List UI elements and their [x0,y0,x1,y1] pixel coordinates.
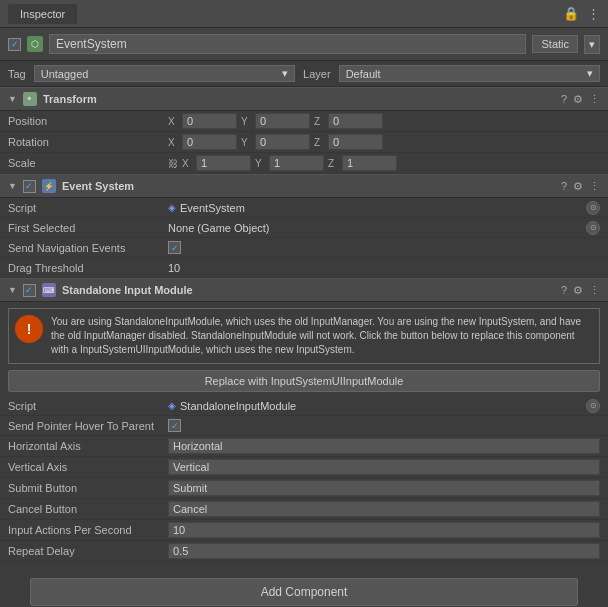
standalone-collapse-arrow: ▼ [8,285,17,295]
menu-icon[interactable]: ⋮ [587,6,600,21]
standalone-script-circle-btn[interactable]: ⊙ [586,399,600,413]
standalone-actions: ? ⚙ ⋮ [561,284,600,297]
title-bar-actions: 🔒 ⋮ [563,6,600,21]
event-system-actions: ? ⚙ ⋮ [561,180,600,193]
standalone-enable-checkbox[interactable]: ✓ [23,284,36,297]
rotation-x-input[interactable] [182,134,237,150]
transform-help-icon[interactable]: ? [561,93,567,106]
send-nav-row: Send Navigation Events ✓ [0,238,608,258]
drag-threshold-value: 10 [168,262,600,274]
object-header: ✓ ⬡ Static ▾ [0,28,608,61]
rotation-y-input[interactable] [255,134,310,150]
submit-button-input[interactable] [168,480,600,496]
standalone-script-label: Script [8,400,168,412]
send-nav-label: Send Navigation Events [8,242,168,254]
cancel-button-row: Cancel Button [0,499,608,520]
object-name-input[interactable] [49,34,526,54]
scale-link-icon: ⛓ [168,158,178,169]
cancel-button-input[interactable] [168,501,600,517]
layer-label: Layer [303,68,331,80]
vertical-axis-label: Vertical Axis [8,461,168,473]
horizontal-axis-input[interactable] [168,438,600,454]
layer-dropdown[interactable]: Default ▾ [339,65,600,82]
scale-x-input[interactable] [196,155,251,171]
send-pointer-row: Send Pointer Hover To Parent ✓ [0,416,608,436]
cancel-button-label: Cancel Button [8,503,168,515]
static-label: Static [532,35,578,53]
object-enable-checkbox[interactable]: ✓ [8,38,21,51]
tag-label: Tag [8,68,26,80]
warning-icon: ! [15,315,43,343]
inspector-tab[interactable]: Inspector [8,4,77,24]
event-system-icon: ⚡ [42,179,56,193]
transform-preset-icon[interactable]: ⚙ [573,93,583,106]
event-system-preset-icon[interactable]: ⚙ [573,180,583,193]
send-nav-checkbox[interactable]: ✓ [168,241,181,254]
standalone-script-value: ◈ StandaloneInputModule [168,400,586,412]
standalone-icon: ⌨ [42,283,56,297]
transform-actions: ? ⚙ ⋮ [561,93,600,106]
event-system-section-header[interactable]: ▼ ✓ ⚡ Event System ? ⚙ ⋮ [0,174,608,198]
scale-z-input[interactable] [342,155,397,171]
vertical-axis-input[interactable] [168,459,600,475]
event-system-menu-icon[interactable]: ⋮ [589,180,600,193]
event-system-collapse-arrow: ▼ [8,181,17,191]
standalone-menu-icon[interactable]: ⋮ [589,284,600,297]
input-actions-label: Input Actions Per Second [8,524,168,536]
standalone-help-icon[interactable]: ? [561,284,567,297]
scale-label: Scale [8,157,168,169]
static-dropdown[interactable]: ▾ [584,35,600,54]
first-selected-label: First Selected [8,222,168,234]
transform-menu-icon[interactable]: ⋮ [589,93,600,106]
send-pointer-label: Send Pointer Hover To Parent [8,420,168,432]
first-selected-value: None (Game Object) [168,222,586,234]
repeat-delay-input[interactable] [168,543,600,559]
lock-icon[interactable]: 🔒 [563,6,579,21]
event-system-script-value: ◈ EventSystem [168,202,586,214]
transform-section-header[interactable]: ▼ ⌖ Transform ? ⚙ ⋮ [0,87,608,111]
first-selected-circle-btn[interactable]: ⊙ [586,221,600,235]
title-bar: Inspector 🔒 ⋮ [0,0,608,28]
event-system-title: Event System [62,180,555,192]
standalone-section-header[interactable]: ▼ ✓ ⌨ Standalone Input Module ? ⚙ ⋮ [0,278,608,302]
event-system-script-label: Script [8,202,168,214]
rotation-label: Rotation [8,136,168,148]
horizontal-axis-row: Horizontal Axis [0,436,608,457]
tag-dropdown[interactable]: Untagged ▾ [34,65,295,82]
transform-title: Transform [43,93,555,105]
horizontal-axis-label: Horizontal Axis [8,440,168,452]
standalone-preset-icon[interactable]: ⚙ [573,284,583,297]
position-label: Position [8,115,168,127]
scale-row: Scale ⛓ X Y Z [0,153,608,174]
vertical-axis-row: Vertical Axis [0,457,608,478]
send-pointer-checkbox[interactable]: ✓ [168,419,181,432]
scale-y-input[interactable] [269,155,324,171]
scale-xyz: ⛓ X Y Z [168,155,600,171]
rotation-row: Rotation X Y Z [0,132,608,153]
event-system-script-name: EventSystem [180,202,245,214]
event-system-script-circle-btn[interactable]: ⊙ [586,201,600,215]
position-y-input[interactable] [255,113,310,129]
drag-threshold-label: Drag Threshold [8,262,168,274]
input-actions-input[interactable] [168,522,600,538]
event-system-script-row: Script ◈ EventSystem ⊙ [0,198,608,218]
add-component-button[interactable]: Add Component [30,578,578,606]
submit-button-row: Submit Button [0,478,608,499]
repeat-delay-row: Repeat Delay [0,541,608,562]
position-xyz: X Y Z [168,113,600,129]
drag-threshold-row: Drag Threshold 10 [0,258,608,278]
position-z-input[interactable] [328,113,383,129]
event-system-enable-checkbox[interactable]: ✓ [23,180,36,193]
standalone-script-icon: ◈ [168,400,176,411]
standalone-title: Standalone Input Module [62,284,555,296]
rotation-z-input[interactable] [328,134,383,150]
position-x-input[interactable] [182,113,237,129]
inspector-tab-label: Inspector [20,8,65,20]
standalone-script-name: StandaloneInputModule [180,400,296,412]
position-row: Position X Y Z [0,111,608,132]
replace-button[interactable]: Replace with InputSystemUIInputModule [8,370,600,392]
first-selected-row: First Selected None (Game Object) ⊙ [0,218,608,238]
event-system-script-icon: ◈ [168,202,176,213]
event-system-help-icon[interactable]: ? [561,180,567,193]
repeat-delay-label: Repeat Delay [8,545,168,557]
